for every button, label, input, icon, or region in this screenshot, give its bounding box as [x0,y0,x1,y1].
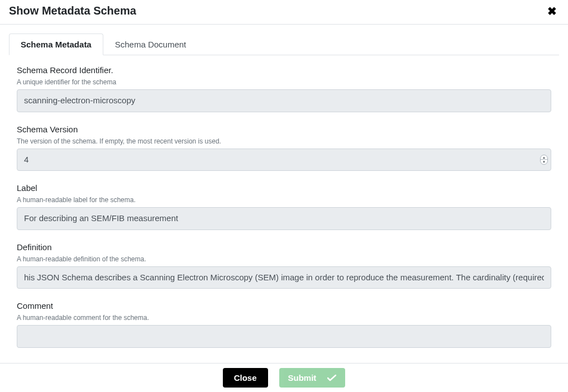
label-comment: Comment [17,301,551,310]
tab-schema-document[interactable]: Schema Document [103,34,198,55]
chevron-up-icon[interactable]: ▲ [541,155,547,160]
field-schema-identifier: Schema Record Identifier. A unique ident… [17,65,551,112]
modal-header: Show Metadata Schema ✖ [0,0,568,25]
hint-comment: A human-readable comment for the schema. [17,314,551,322]
submit-button[interactable]: Submit [279,368,346,388]
chevron-down-icon[interactable]: ▼ [541,160,547,164]
hint-schema-version: The version of the schema. If empty, the… [17,137,551,145]
input-schema-version[interactable] [17,149,551,171]
field-schema-version: Schema Version The version of the schema… [17,125,551,171]
close-icon[interactable]: ✖ [545,6,559,17]
label-label: Label [17,183,551,193]
tab-schema-metadata[interactable]: Schema Metadata [9,34,103,55]
hint-definition: A human-readable definition of the schem… [17,255,551,263]
input-schema-identifier[interactable] [17,89,551,112]
field-type: Type [17,360,551,362]
field-definition: Definition A human-readable definition o… [17,242,551,289]
input-comment[interactable] [17,325,551,348]
modal-title: Show Metadata Schema [9,4,136,17]
tabs: Schema Metadata Schema Document [9,34,559,55]
version-stepper[interactable]: ▲ ▼ [540,155,548,165]
label-schema-identifier: Schema Record Identifier. [17,65,551,75]
label-definition: Definition [17,242,551,252]
label-type: Type [17,360,551,362]
check-icon [327,375,336,381]
modal-body: Schema Metadata Schema Document Schema R… [0,25,568,362]
form-content: Schema Record Identifier. A unique ident… [9,65,559,362]
close-button[interactable]: Close [223,368,268,388]
hint-label: A human-readable label for the schema. [17,196,551,204]
modal-footer: Close Submit [0,363,568,392]
label-schema-version: Schema Version [17,125,551,134]
submit-label: Submit [288,372,317,384]
field-label: Label A human-readable label for the sch… [17,183,551,230]
hint-schema-identifier: A unique identifier for the schema [17,78,551,86]
field-comment: Comment A human-readable comment for the… [17,301,551,348]
input-label[interactable] [17,207,551,230]
input-definition[interactable] [17,266,551,289]
